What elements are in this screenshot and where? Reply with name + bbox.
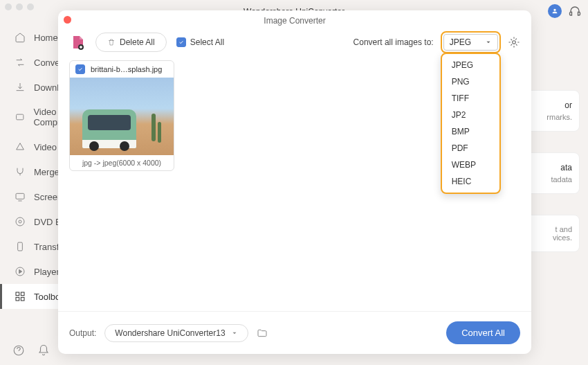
delete-all-button[interactable]: Delete All — [95, 33, 167, 52]
svg-rect-1 — [16, 193, 24, 199]
svg-rect-8 — [16, 297, 19, 301]
format-option-pdf[interactable]: PDF — [442, 140, 499, 157]
compress-icon — [15, 112, 25, 123]
card-filename: brittani-b…splash.jpg — [91, 65, 162, 73]
chevron-down-icon — [231, 330, 238, 337]
editor-icon — [15, 141, 26, 152]
format-option-tiff[interactable]: TIFF — [442, 90, 499, 107]
help-icon[interactable] — [12, 344, 25, 357]
svg-point-12 — [513, 41, 516, 44]
gear-icon — [508, 36, 520, 48]
svg-rect-9 — [21, 297, 24, 301]
modal-close-button[interactable] — [64, 16, 71, 24]
svg-point-2 — [16, 217, 24, 226]
svg-point-3 — [19, 220, 21, 223]
select-all-label: Select All — [190, 37, 224, 47]
header-icons — [548, 4, 581, 18]
selected-format: JPEG — [450, 37, 471, 47]
transfer-icon — [15, 241, 26, 252]
format-select[interactable]: JPEG JPEG PNG TIFF JP2 BMP PDF WEBP HEIC — [443, 34, 498, 51]
svg-rect-4 — [18, 242, 23, 251]
play-icon — [15, 266, 26, 277]
support-icon[interactable] — [569, 5, 581, 17]
delete-all-label: Delete All — [120, 37, 155, 47]
format-option-heic[interactable]: HEIC — [442, 173, 499, 190]
output-path-select[interactable]: Wondershare UniConverter13 — [104, 324, 248, 342]
select-all-checkbox[interactable]: Select All — [176, 37, 224, 47]
svg-rect-6 — [16, 292, 19, 296]
chevron-down-icon — [485, 39, 492, 46]
image-converter-modal: Image Converter Delete All Select All Co… — [58, 10, 531, 354]
convert-icon — [15, 57, 26, 68]
card-checkbox[interactable] — [75, 64, 85, 74]
convert-to-label: Convert all images to: — [353, 37, 434, 47]
sidebar-item-label: Player — [34, 267, 59, 277]
home-icon — [15, 32, 26, 43]
avatar[interactable] — [548, 4, 562, 18]
bell-icon[interactable] — [37, 344, 50, 357]
merger-icon — [15, 166, 26, 177]
format-option-webp[interactable]: WEBP — [442, 157, 499, 173]
format-dropdown: JPEG PNG TIFF JP2 BMP PDF WEBP HEIC — [441, 53, 501, 194]
open-folder-icon[interactable] — [257, 328, 268, 339]
svg-rect-0 — [17, 114, 24, 120]
dvd-icon — [15, 216, 26, 227]
bottom-icons — [12, 344, 50, 357]
modal-toolbar: Delete All Select All Convert all images… — [58, 28, 531, 60]
user-icon — [551, 8, 558, 15]
svg-rect-7 — [21, 292, 24, 296]
output-path: Wondershare UniConverter13 — [115, 328, 225, 338]
card-header: brittani-b…splash.jpg — [70, 61, 174, 78]
sidebar-item-label: Home — [34, 33, 58, 43]
modal-title: Image Converter — [58, 10, 531, 28]
output-label: Output: — [69, 328, 96, 338]
format-option-jp2[interactable]: JP2 — [442, 107, 499, 123]
settings-button[interactable] — [508, 36, 520, 48]
format-option-jpeg[interactable]: JPEG — [442, 57, 499, 73]
format-option-bmp[interactable]: BMP — [442, 123, 499, 140]
screen-icon — [15, 191, 26, 202]
trash-icon — [107, 38, 116, 46]
convert-all-button[interactable]: Convert All — [446, 321, 520, 344]
modal-footer: Output: Wondershare UniConverter13 Conve… — [58, 311, 531, 354]
format-option-png[interactable]: PNG — [442, 73, 499, 90]
checkbox-icon — [176, 37, 186, 47]
card-thumbnail — [70, 78, 174, 155]
download-icon — [15, 82, 26, 93]
add-file-icon[interactable] — [69, 34, 86, 51]
image-card[interactable]: brittani-b…splash.jpg jpg -> jpeg(6000 x… — [69, 60, 174, 171]
card-conversion-info: jpg -> jpeg(6000 x 4000) — [70, 155, 174, 170]
toolbox-icon — [15, 291, 26, 302]
